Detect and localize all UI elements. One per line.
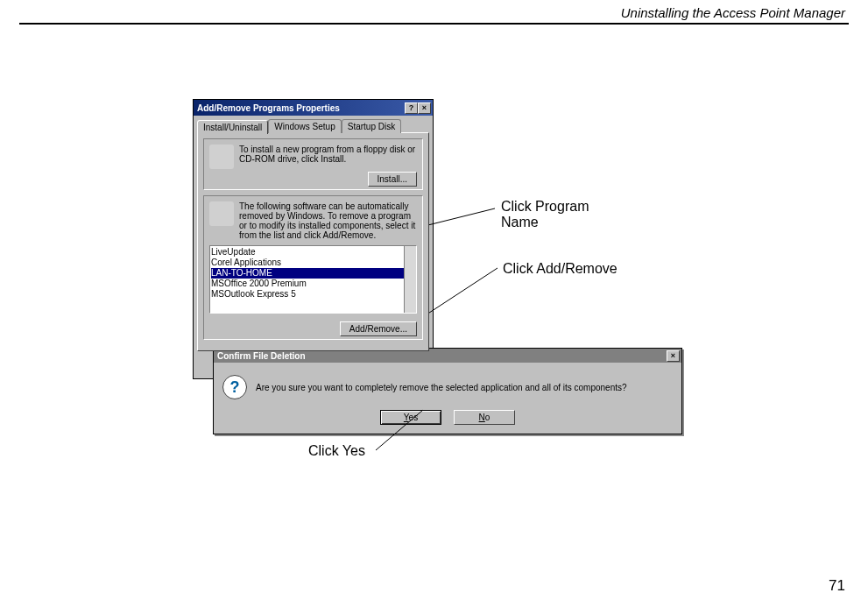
tab-pane: To install a new program from a floppy d… (197, 132, 429, 351)
add-remove-button[interactable]: Add/Remove... (340, 321, 417, 336)
list-item[interactable]: MSOffice 2000 Premium (211, 279, 415, 289)
install-icon (209, 145, 234, 169)
win2-title: Confirm File Deletion (217, 351, 306, 361)
annotation-click-yes: Click Yes (308, 443, 365, 459)
list-scrollbar[interactable] (404, 246, 416, 313)
install-button[interactable]: Install... (368, 172, 417, 187)
page-number: 71 (829, 577, 845, 595)
help-button[interactable]: ? (405, 102, 418, 114)
add-remove-programs-window: Add/Remove Programs Properties ? × Insta… (193, 99, 434, 379)
remove-text: The following software can be automatica… (239, 201, 417, 240)
confirm-deletion-dialog: Confirm File Deletion × ? Are you sure y… (213, 348, 682, 434)
tab-install-uninstall[interactable]: Install/Uninstall (197, 120, 268, 134)
remove-icon (209, 201, 234, 226)
close-button[interactable]: × (667, 350, 680, 362)
yes-button[interactable]: Yes (380, 410, 441, 425)
list-item[interactable]: LiveUpdate (211, 247, 415, 258)
list-item[interactable]: Corel Applications (211, 258, 415, 268)
page-header: Uninstalling the Access Point Manager (621, 5, 845, 20)
annotation-lines (0, 0, 868, 614)
header-rule (19, 23, 849, 25)
list-item[interactable]: MSOutlook Express 5 (211, 289, 415, 300)
annotation-click-program-name: Click Program Name (501, 199, 589, 230)
close-button[interactable]: × (418, 102, 431, 114)
win1-titlebar[interactable]: Add/Remove Programs Properties ? × (194, 100, 433, 116)
question-icon: ? (222, 375, 247, 399)
tab-windows-setup[interactable]: Windows Setup (268, 119, 341, 133)
tab-startup-disk[interactable]: Startup Disk (342, 119, 401, 133)
program-list[interactable]: LiveUpdate Corel Applications LAN-TO-HOM… (209, 245, 417, 314)
list-item-selected[interactable]: LAN-TO-HOME (211, 268, 415, 279)
annotation-click-add-remove: Click Add/Remove (503, 261, 617, 277)
no-button[interactable]: No (454, 410, 515, 425)
install-text: To install a new program from a floppy d… (239, 145, 417, 164)
win1-title: Add/Remove Programs Properties (197, 103, 340, 113)
confirm-message: Are you sure you want to completely remo… (256, 383, 627, 392)
